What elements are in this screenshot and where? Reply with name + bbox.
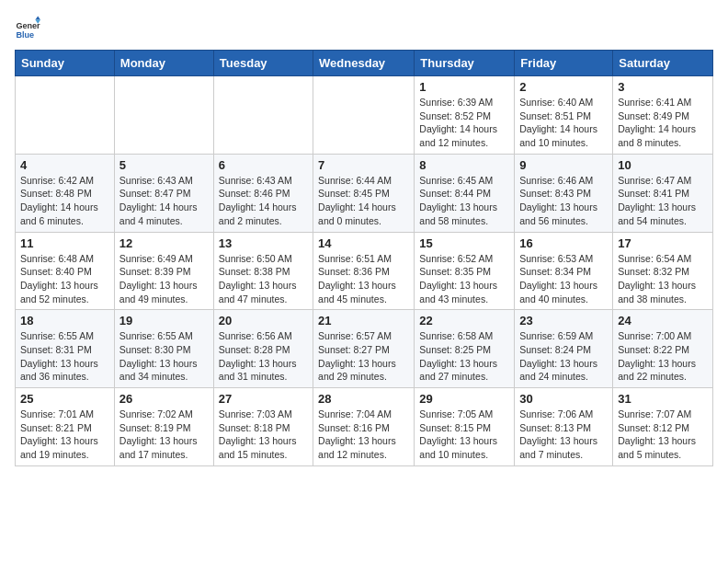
day-info: Sunrise: 7:00 AM Sunset: 8:22 PM Dayligh… — [618, 329, 708, 384]
day-info: Sunrise: 6:52 AM Sunset: 8:35 PM Dayligh… — [419, 252, 509, 306]
day-info: Sunrise: 6:43 AM Sunset: 8:46 PM Dayligh… — [219, 174, 308, 228]
calendar-cell: 9Sunrise: 6:46 AM Sunset: 8:43 PM Daylig… — [515, 154, 613, 232]
day-number: 27 — [219, 392, 308, 406]
day-info: Sunrise: 6:59 AM Sunset: 8:24 PM Dayligh… — [519, 329, 608, 384]
day-number: 8 — [419, 158, 509, 172]
calendar-cell: 27Sunrise: 7:03 AM Sunset: 8:18 PM Dayli… — [213, 388, 313, 466]
day-number: 31 — [618, 392, 708, 406]
calendar-cell: 11Sunrise: 6:48 AM Sunset: 8:40 PM Dayli… — [16, 232, 115, 310]
day-info: Sunrise: 6:44 AM Sunset: 8:45 PM Dayligh… — [318, 174, 409, 228]
calendar-cell: 29Sunrise: 7:05 AM Sunset: 8:15 PM Dayli… — [415, 388, 515, 466]
weekday-header-tuesday: Tuesday — [213, 51, 313, 76]
svg-text:Blue: Blue — [16, 30, 34, 40]
calendar-cell: 25Sunrise: 7:01 AM Sunset: 8:21 PM Dayli… — [16, 388, 115, 466]
day-info: Sunrise: 7:03 AM Sunset: 8:18 PM Dayligh… — [219, 408, 308, 462]
day-info: Sunrise: 7:06 AM Sunset: 8:13 PM Dayligh… — [519, 408, 608, 462]
day-number: 10 — [618, 158, 708, 172]
logo-icon: General Blue — [15, 15, 40, 40]
weekday-header-monday: Monday — [114, 51, 213, 76]
weekday-header-friday: Friday — [515, 51, 613, 76]
day-number: 15 — [419, 236, 509, 250]
day-info: Sunrise: 6:54 AM Sunset: 8:32 PM Dayligh… — [618, 252, 708, 306]
day-info: Sunrise: 6:43 AM Sunset: 8:47 PM Dayligh… — [119, 174, 209, 228]
day-info: Sunrise: 6:55 AM Sunset: 8:31 PM Dayligh… — [20, 329, 109, 384]
day-info: Sunrise: 6:51 AM Sunset: 8:36 PM Dayligh… — [318, 252, 409, 306]
day-info: Sunrise: 6:56 AM Sunset: 8:28 PM Dayligh… — [219, 329, 308, 384]
day-info: Sunrise: 6:42 AM Sunset: 8:48 PM Dayligh… — [20, 174, 109, 228]
day-number: 12 — [119, 236, 209, 250]
day-info: Sunrise: 6:49 AM Sunset: 8:39 PM Dayligh… — [119, 252, 209, 306]
calendar-cell: 17Sunrise: 6:54 AM Sunset: 8:32 PM Dayli… — [613, 232, 713, 310]
weekday-header-saturday: Saturday — [613, 51, 713, 76]
day-number: 21 — [318, 314, 409, 327]
day-info: Sunrise: 6:45 AM Sunset: 8:44 PM Dayligh… — [419, 174, 509, 228]
day-number: 6 — [219, 158, 308, 172]
calendar-cell: 3Sunrise: 6:41 AM Sunset: 8:49 PM Daylig… — [613, 76, 713, 155]
day-number: 13 — [219, 236, 308, 250]
day-number: 29 — [419, 392, 509, 406]
calendar-table: SundayMondayTuesdayWednesdayThursdayFrid… — [15, 50, 713, 466]
day-number: 1 — [419, 80, 509, 94]
day-number: 16 — [519, 236, 608, 250]
day-number: 7 — [318, 158, 409, 172]
day-info: Sunrise: 6:39 AM Sunset: 8:52 PM Dayligh… — [419, 96, 509, 150]
calendar-cell: 2Sunrise: 6:40 AM Sunset: 8:51 PM Daylig… — [515, 76, 613, 155]
day-info: Sunrise: 6:41 AM Sunset: 8:49 PM Dayligh… — [618, 96, 708, 150]
page-header: General Blue — [15, 15, 713, 40]
day-info: Sunrise: 6:48 AM Sunset: 8:40 PM Dayligh… — [20, 252, 109, 306]
calendar-cell: 4Sunrise: 6:42 AM Sunset: 8:48 PM Daylig… — [16, 154, 115, 232]
calendar-cell: 24Sunrise: 7:00 AM Sunset: 8:22 PM Dayli… — [613, 310, 713, 388]
weekday-header-sunday: Sunday — [16, 51, 115, 76]
day-info: Sunrise: 6:57 AM Sunset: 8:27 PM Dayligh… — [318, 329, 409, 384]
day-info: Sunrise: 7:04 AM Sunset: 8:16 PM Dayligh… — [318, 408, 409, 462]
calendar-cell: 12Sunrise: 6:49 AM Sunset: 8:39 PM Dayli… — [114, 232, 213, 310]
day-info: Sunrise: 6:58 AM Sunset: 8:25 PM Dayligh… — [419, 329, 509, 384]
logo: General Blue — [15, 15, 44, 40]
day-number: 5 — [119, 158, 209, 172]
calendar-cell — [114, 76, 213, 155]
calendar-cell: 16Sunrise: 6:53 AM Sunset: 8:34 PM Dayli… — [515, 232, 613, 310]
day-number: 20 — [219, 314, 308, 327]
calendar-week-1: 1Sunrise: 6:39 AM Sunset: 8:52 PM Daylig… — [16, 76, 713, 155]
calendar-cell: 26Sunrise: 7:02 AM Sunset: 8:19 PM Dayli… — [114, 388, 213, 466]
calendar-cell: 1Sunrise: 6:39 AM Sunset: 8:52 PM Daylig… — [415, 76, 515, 155]
day-number: 11 — [20, 236, 109, 250]
day-info: Sunrise: 7:07 AM Sunset: 8:12 PM Dayligh… — [618, 408, 708, 462]
calendar-cell: 20Sunrise: 6:56 AM Sunset: 8:28 PM Dayli… — [213, 310, 313, 388]
day-info: Sunrise: 7:02 AM Sunset: 8:19 PM Dayligh… — [119, 408, 209, 462]
day-info: Sunrise: 6:50 AM Sunset: 8:38 PM Dayligh… — [219, 252, 308, 306]
calendar-cell: 23Sunrise: 6:59 AM Sunset: 8:24 PM Dayli… — [515, 310, 613, 388]
calendar-week-3: 11Sunrise: 6:48 AM Sunset: 8:40 PM Dayli… — [16, 232, 713, 310]
calendar-cell — [213, 76, 313, 155]
day-info: Sunrise: 6:53 AM Sunset: 8:34 PM Dayligh… — [519, 252, 608, 306]
day-info: Sunrise: 6:46 AM Sunset: 8:43 PM Dayligh… — [519, 174, 608, 228]
calendar-cell: 10Sunrise: 6:47 AM Sunset: 8:41 PM Dayli… — [613, 154, 713, 232]
calendar-cell: 7Sunrise: 6:44 AM Sunset: 8:45 PM Daylig… — [313, 154, 415, 232]
calendar-week-2: 4Sunrise: 6:42 AM Sunset: 8:48 PM Daylig… — [16, 154, 713, 232]
day-info: Sunrise: 7:01 AM Sunset: 8:21 PM Dayligh… — [20, 408, 109, 462]
day-number: 26 — [119, 392, 209, 406]
calendar-cell: 14Sunrise: 6:51 AM Sunset: 8:36 PM Dayli… — [313, 232, 415, 310]
calendar-cell: 5Sunrise: 6:43 AM Sunset: 8:47 PM Daylig… — [114, 154, 213, 232]
day-number: 14 — [318, 236, 409, 250]
day-number: 4 — [20, 158, 109, 172]
calendar-week-5: 25Sunrise: 7:01 AM Sunset: 8:21 PM Dayli… — [16, 388, 713, 466]
day-number: 30 — [519, 392, 608, 406]
calendar-cell: 21Sunrise: 6:57 AM Sunset: 8:27 PM Dayli… — [313, 310, 415, 388]
day-number: 18 — [20, 314, 109, 327]
day-info: Sunrise: 6:40 AM Sunset: 8:51 PM Dayligh… — [519, 96, 608, 150]
weekday-header-wednesday: Wednesday — [313, 51, 415, 76]
calendar-cell: 6Sunrise: 6:43 AM Sunset: 8:46 PM Daylig… — [213, 154, 313, 232]
calendar-cell — [313, 76, 415, 155]
day-number: 19 — [119, 314, 209, 327]
calendar-cell: 18Sunrise: 6:55 AM Sunset: 8:31 PM Dayli… — [16, 310, 115, 388]
calendar-cell: 15Sunrise: 6:52 AM Sunset: 8:35 PM Dayli… — [415, 232, 515, 310]
day-number: 25 — [20, 392, 109, 406]
day-number: 3 — [618, 80, 708, 94]
day-info: Sunrise: 6:55 AM Sunset: 8:30 PM Dayligh… — [119, 329, 209, 384]
calendar-cell — [16, 76, 115, 155]
day-number: 23 — [519, 314, 608, 327]
calendar-cell: 28Sunrise: 7:04 AM Sunset: 8:16 PM Dayli… — [313, 388, 415, 466]
day-number: 22 — [419, 314, 509, 327]
calendar-cell: 19Sunrise: 6:55 AM Sunset: 8:30 PM Dayli… — [114, 310, 213, 388]
